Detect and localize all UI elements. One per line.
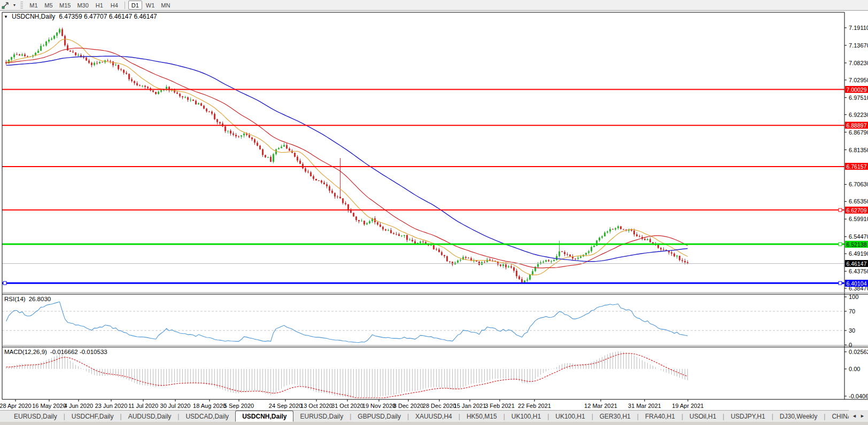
- price-line-label-6.88897: 6.88897: [845, 122, 868, 129]
- macd-tick-label: -0.040687: [849, 393, 868, 399]
- timeframe-buttons: M1M5M15M30H1H4D1W1MN: [26, 1, 173, 10]
- chart-tab-uk100-h1[interactable]: UK100,H1: [505, 411, 547, 422]
- date-tick-label: 22 Feb 2021: [512, 403, 557, 409]
- tab-scroll-arrows: ◄ ►: [849, 410, 868, 422]
- chart-tab-ger30-h1[interactable]: GER30,H1: [593, 411, 637, 422]
- chart-tab-dj30-weekly[interactable]: DJ30,Weekly: [773, 411, 824, 422]
- rsi-label: RSI(14) 26.8030: [4, 296, 51, 302]
- rsi-value: 26.8030: [29, 296, 51, 302]
- macd-name: MACD(12,26,9): [4, 349, 47, 355]
- chart-window[interactable]: ▼ USDCNH,Daily 6.47359 6.47707 6.46147 6…: [0, 11, 868, 425]
- line-handle[interactable]: [839, 242, 842, 246]
- chart-tab-uk100-h1[interactable]: UK100,H1: [549, 411, 591, 422]
- chart-tab-audusd-daily[interactable]: AUDUSD,Daily: [122, 411, 178, 422]
- chart-tabs-bar: EURUSD,Daily|USDCHF,Daily|AUDUSD,Daily|U…: [0, 410, 868, 422]
- price-line-label-6.52138: 6.52138: [845, 241, 868, 248]
- toolbar-grip[interactable]: [20, 2, 23, 9]
- chart-tab-usdcnh-daily[interactable]: USDCNH,Daily: [235, 411, 293, 422]
- rsi-tick-label: 30: [849, 327, 855, 334]
- line-handle[interactable]: [839, 208, 842, 211]
- timeframe-button-mn[interactable]: MN: [158, 1, 173, 10]
- price-tick-label: 6.70630: [849, 181, 868, 187]
- price-tick-label: 7.02950: [849, 77, 868, 83]
- price-tick-label: 7.13670: [849, 42, 868, 49]
- date-tick-label: 31 Mar 2021: [622, 403, 667, 409]
- chart-tab-usdchf-daily[interactable]: USDCHF,Daily: [65, 411, 120, 422]
- date-tick-label: 5 Sep 2020: [216, 403, 261, 409]
- status-strip: [0, 422, 868, 425]
- timeframe-button-w1[interactable]: W1: [143, 1, 158, 10]
- date-tick-label: 12 Mar 2021: [578, 403, 623, 409]
- chart-tab-xauusd-h4[interactable]: XAUUSD,H4: [409, 411, 459, 422]
- timeframe-button-m1[interactable]: M1: [27, 1, 41, 10]
- chart-tab-usdjpy-h1[interactable]: USDJPY,H1: [724, 411, 771, 422]
- price-line-label-6.76157: 6.76157: [845, 163, 868, 170]
- chart-canvas[interactable]: [0, 11, 868, 425]
- price-line-label-6.46147: 6.46147: [845, 260, 868, 267]
- price-tick-label: 6.86790: [849, 129, 868, 136]
- timeframe-button-m30[interactable]: M30: [74, 1, 91, 10]
- price-line-label-7.00029: 7.00029: [845, 86, 868, 93]
- macd-label: MACD(12,26,9) -0.016662 -0.010533: [4, 349, 107, 355]
- macd-tick-label: 0.00: [849, 366, 860, 372]
- price-line-label-6.40104: 6.40104: [845, 280, 868, 287]
- toolbar-divider: [125, 2, 125, 9]
- chart-tab-usdcad-daily[interactable]: USDCAD,Daily: [179, 411, 235, 422]
- tab-scroll-right-icon[interactable]: ►: [860, 413, 865, 419]
- date-tick-label: 19 Apr 2021: [665, 403, 710, 409]
- line-handle[interactable]: [839, 281, 842, 285]
- mt4-window: ▼ M1M5M15M30H1H4D1W1MN ▼ USDCNH,Daily 6.…: [0, 0, 868, 425]
- chart-tab-eurusd-daily[interactable]: EURUSD,Daily: [293, 411, 350, 422]
- price-tick-label: 6.59910: [849, 216, 868, 222]
- price-tick-label: 6.81350: [849, 147, 868, 153]
- price-tick-label: 6.49190: [849, 250, 868, 257]
- rsi-tick-label: 70: [849, 308, 855, 314]
- chart-title: ▼ USDCNH,Daily 6.47359 6.47707 6.46147 6…: [4, 13, 157, 20]
- collapse-arrow-icon[interactable]: ▼: [4, 14, 8, 19]
- chart-tab-fra40-h1[interactable]: FRA40,H1: [639, 411, 681, 422]
- timeframe-button-h1[interactable]: H1: [92, 1, 106, 10]
- chart-tab-gbpusd-daily[interactable]: GBPUSD,Daily: [351, 411, 407, 422]
- price-tick-label: 6.97510: [849, 95, 868, 101]
- timeframe-button-d1[interactable]: D1: [128, 1, 142, 10]
- price-tick-label: 6.92230: [849, 112, 868, 118]
- price-tick-label: 6.54470: [849, 233, 868, 240]
- price-tick-label: 6.43750: [849, 268, 868, 274]
- rsi-tick-label: 100: [849, 294, 858, 300]
- price-tick-label: 6.65350: [849, 198, 868, 204]
- chart-ohlc-values: 6.47359 6.47707 6.46147 6.46147: [59, 13, 157, 20]
- chart-tab-usoil-h1[interactable]: USOil,H1: [683, 411, 723, 422]
- macd-values: -0.016662 -0.010533: [50, 349, 107, 355]
- drawing-tool-icon[interactable]: [0, 1, 11, 10]
- tab-scroll-left-icon[interactable]: ◄: [852, 413, 857, 419]
- rsi-tick-label: 0: [849, 342, 852, 348]
- dropdown-caret-icon[interactable]: ▼: [11, 3, 18, 7]
- price-tick-label: 7.19110: [849, 25, 868, 31]
- timeframe-button-h4[interactable]: H4: [107, 1, 121, 10]
- timeframe-button-m15[interactable]: M15: [57, 1, 73, 10]
- chart-tab-hk50-m15[interactable]: HK50,M15: [460, 411, 503, 422]
- rsi-name: RSI(14): [4, 296, 26, 302]
- macd-tick-label: 0.025623: [849, 349, 868, 355]
- price-tick-label: 7.08230: [849, 60, 868, 66]
- price-line-label-6.62709: 6.62709: [845, 207, 868, 214]
- line-handle[interactable]: [3, 281, 6, 285]
- chart-tab-eurusd-daily[interactable]: EURUSD,Daily: [7, 411, 64, 422]
- timeframe-button-m5[interactable]: M5: [42, 1, 56, 10]
- chart-symbol-label: USDCNH,Daily: [12, 13, 55, 20]
- chart-toolbar: ▼ M1M5M15M30H1H4D1W1MN: [0, 0, 868, 11]
